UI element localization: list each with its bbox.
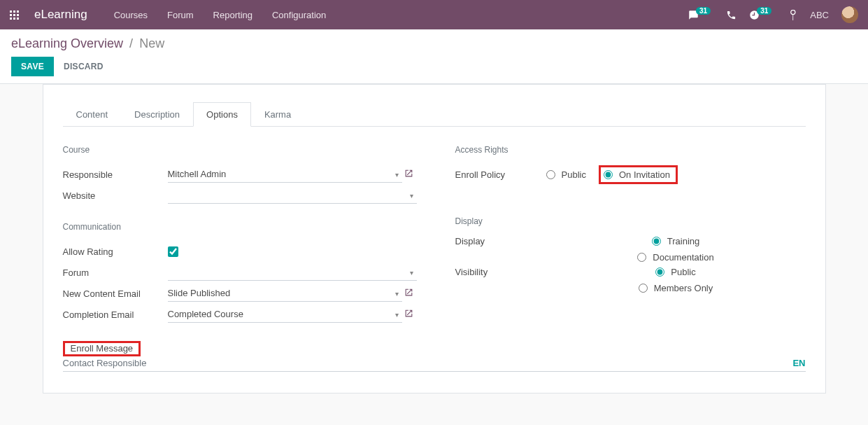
section-access-rights: Access Rights [455, 145, 806, 155]
section-display: Display [455, 216, 806, 226]
external-link-icon[interactable] [404, 309, 413, 320]
enroll-invitation-label: On Invitation [619, 169, 670, 180]
visibility-members-label: Members Only [654, 283, 713, 293]
form-sheet: Content Description Options Karma Course… [43, 84, 826, 393]
highlight-on-invitation: On Invitation [599, 165, 678, 184]
responsible-label: Responsible [63, 169, 168, 180]
tabs: Content Description Options Karma [63, 102, 806, 127]
enroll-policy-label: Enroll Policy [455, 169, 546, 180]
breadcrumb-parent[interactable]: eLearning Overview [11, 36, 123, 50]
tab-options[interactable]: Options [193, 102, 251, 127]
save-button[interactable]: SAVE [11, 57, 54, 76]
forum-label: Forum [63, 267, 168, 278]
top-navbar: eLearning Courses Forum Reporting Config… [0, 0, 868, 29]
forum-input[interactable] [168, 264, 417, 281]
visibility-members-radio[interactable] [639, 284, 648, 293]
website-input[interactable] [168, 187, 417, 204]
display-training-label: Training [667, 236, 699, 246]
visibility-label: Visibility [455, 267, 546, 277]
enroll-public-radio[interactable] [546, 170, 555, 179]
activities-badge: 31 [757, 7, 771, 15]
display-documentation-radio[interactable] [637, 253, 646, 262]
nav-courses[interactable]: Courses [114, 10, 148, 20]
phone-icon[interactable] [726, 10, 737, 20]
debug-icon[interactable] [787, 10, 797, 20]
website-label: Website [63, 190, 168, 201]
new-content-email-label: New Content Email [63, 288, 168, 299]
visibility-public-option[interactable]: Public [655, 267, 695, 277]
visibility-members-option[interactable]: Members Only [639, 283, 713, 293]
enroll-invitation-option[interactable]: On Invitation [604, 169, 670, 180]
user-initials[interactable]: ABC [810, 10, 829, 20]
highlight-enroll-message: Enroll Message [63, 341, 141, 356]
tab-karma[interactable]: Karma [251, 102, 304, 127]
external-link-icon[interactable] [404, 288, 413, 299]
enroll-public-option[interactable]: Public [546, 169, 586, 180]
section-communication: Communication [63, 222, 413, 232]
new-content-email-input[interactable] [168, 285, 402, 302]
brand-title[interactable]: eLearning [34, 8, 87, 22]
discard-button[interactable]: DISCARD [64, 62, 104, 71]
completion-email-label: Completion Email [63, 309, 168, 320]
messages-icon[interactable]: 31 [688, 10, 713, 20]
language-tag[interactable]: EN [792, 358, 805, 368]
display-documentation-option[interactable]: Documentation [637, 252, 713, 263]
display-training-radio[interactable] [652, 237, 661, 246]
enroll-message-header: Enroll Message [68, 341, 136, 356]
enroll-invitation-radio[interactable] [604, 170, 613, 179]
breadcrumb: eLearning Overview / New [11, 36, 857, 51]
display-documentation-label: Documentation [653, 252, 713, 263]
nav-forum[interactable]: Forum [167, 10, 194, 20]
apps-icon[interactable] [10, 11, 19, 20]
enroll-message-subtext[interactable]: Contact Responsible [63, 358, 793, 368]
breadcrumb-current: New [139, 36, 164, 50]
avatar[interactable] [841, 6, 858, 23]
visibility-public-label: Public [671, 267, 695, 277]
section-course: Course [63, 145, 413, 155]
allow-rating-label: Allow Rating [63, 246, 168, 257]
messages-badge: 31 [696, 7, 711, 15]
allow-rating-checkbox[interactable] [168, 246, 178, 257]
tab-description[interactable]: Description [121, 102, 193, 127]
external-link-icon[interactable] [404, 169, 413, 180]
subheader: eLearning Overview / New SAVE DISCARD [0, 29, 868, 84]
activities-icon[interactable]: 31 [749, 10, 774, 20]
nav-reporting[interactable]: Reporting [213, 10, 252, 20]
completion-email-input[interactable] [168, 306, 402, 323]
display-training-option[interactable]: Training [652, 236, 699, 246]
nav-configuration[interactable]: Configuration [272, 10, 326, 20]
visibility-public-radio[interactable] [655, 267, 664, 277]
tab-content[interactable]: Content [63, 102, 122, 127]
responsible-input[interactable] [168, 166, 402, 183]
display-label: Display [455, 236, 546, 246]
enroll-public-label: Public [562, 169, 586, 180]
